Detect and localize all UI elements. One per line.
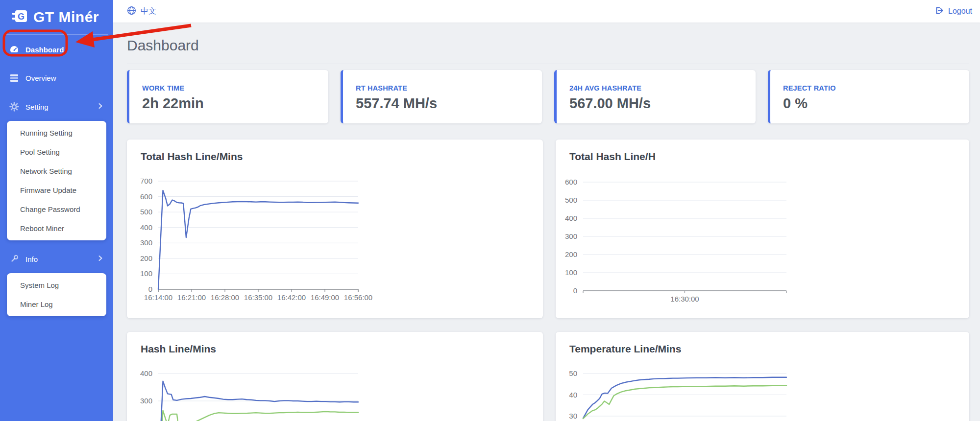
- svg-text:16:56:00: 16:56:00: [344, 293, 372, 302]
- stat-value: 567.00 MH/s: [569, 95, 756, 112]
- sidebar-item-label: Overview: [25, 74, 56, 82]
- svg-text:16:30:00: 16:30:00: [670, 295, 699, 303]
- submenu-item-miner-log[interactable]: Miner Log: [7, 295, 106, 314]
- svg-text:600: 600: [565, 178, 577, 186]
- stat-label: REJECT RATIO: [783, 84, 969, 92]
- svg-text:400: 400: [140, 223, 152, 232]
- sidebar-item-info[interactable]: Info: [0, 249, 113, 269]
- page-header: Dashboard: [127, 23, 969, 64]
- svg-text:200: 200: [140, 254, 152, 262]
- sidebar: G GT Minér Dashboard Overview: [0, 0, 113, 421]
- app-logo[interactable]: G GT Minér: [0, 0, 113, 34]
- svg-text:16:49:00: 16:49:00: [311, 293, 339, 302]
- svg-text:300: 300: [565, 232, 577, 240]
- svg-text:G: G: [18, 12, 24, 22]
- stat-label: 24H AVG HASHRATE: [569, 84, 756, 92]
- submenu-item-system-log[interactable]: System Log: [7, 276, 106, 295]
- logout-label: Logout: [948, 7, 972, 16]
- stat-label: WORK TIME: [142, 84, 328, 92]
- svg-text:16:28:00: 16:28:00: [211, 293, 239, 302]
- stat-card-24h-avg-hashrate: 24H AVG HASHRATE 567.00 MH/s: [554, 70, 756, 123]
- chart-card-temperature-mins: Temperature Line/Mins 504030: [556, 332, 969, 421]
- topbar: 中文 Logout: [113, 0, 980, 23]
- gear-icon: [9, 102, 19, 112]
- svg-text:30: 30: [569, 412, 577, 420]
- line-chart-hash-mins: 400300: [127, 332, 543, 421]
- language-switch[interactable]: 中文: [127, 6, 156, 17]
- stat-card-work-time: WORK TIME 2h 22min: [127, 70, 328, 123]
- sidebar-item-overview[interactable]: Overview: [0, 68, 113, 88]
- charts-grid: Total Hash Line/Mins 7006005004003002001…: [127, 140, 969, 421]
- logout-icon: [934, 6, 944, 17]
- sidebar-item-dashboard[interactable]: Dashboard: [0, 40, 113, 59]
- logout-button[interactable]: Logout: [934, 6, 972, 17]
- svg-text:16:21:00: 16:21:00: [177, 293, 206, 302]
- stat-label: RT HASHRATE: [356, 84, 542, 92]
- chart-card-hash-mins: Hash Line/Mins 400300: [127, 332, 543, 421]
- svg-text:16:14:00: 16:14:00: [144, 293, 172, 302]
- svg-text:100: 100: [140, 269, 152, 278]
- stat-card-rt-hashrate: RT HASHRATE 557.74 MH/s: [341, 70, 542, 123]
- main-content: Dashboard WORK TIME 2h 22min RT HASHRATE…: [113, 23, 980, 421]
- stat-card-reject-ratio: REJECT RATIO 0 %: [768, 70, 969, 123]
- language-label: 中文: [141, 6, 156, 17]
- page-title: Dashboard: [127, 37, 969, 54]
- svg-text:500: 500: [140, 208, 152, 216]
- sidebar-item-label: Setting: [25, 103, 49, 111]
- line-chart-total-hash-mins: 700600500400300200100016:14:0016:21:0016…: [127, 140, 543, 318]
- svg-text:16:35:00: 16:35:00: [244, 293, 272, 302]
- svg-text:500: 500: [565, 196, 577, 204]
- submenu-item-running-setting[interactable]: Running Setting: [7, 123, 106, 142]
- stat-value: 557.74 MH/s: [356, 95, 542, 112]
- submenu-item-change-password[interactable]: Change Password: [7, 200, 106, 219]
- submenu-item-pool-setting[interactable]: Pool Setting: [7, 142, 106, 162]
- globe-icon: [127, 6, 136, 17]
- svg-text:0: 0: [573, 286, 577, 295]
- chart-card-total-hash-mins: Total Hash Line/Mins 7006005004003002001…: [127, 140, 543, 318]
- svg-text:40: 40: [569, 391, 577, 399]
- app-title: GT Minér: [33, 9, 99, 25]
- svg-text:300: 300: [140, 238, 152, 247]
- svg-text:16:42:00: 16:42:00: [277, 293, 306, 302]
- overview-icon: [9, 73, 19, 83]
- svg-text:100: 100: [565, 268, 577, 277]
- gt-miner-logo-icon: G: [12, 9, 28, 25]
- setting-submenu: Running Setting Pool Setting Network Set…: [7, 121, 106, 240]
- stats-row: WORK TIME 2h 22min RT HASHRATE 557.74 MH…: [127, 70, 969, 123]
- sidebar-divider: [5, 34, 108, 35]
- info-submenu: System Log Miner Log: [7, 273, 106, 316]
- svg-text:200: 200: [565, 250, 577, 258]
- submenu-item-reboot-miner[interactable]: Reboot Miner: [7, 219, 106, 238]
- wrench-icon: [9, 254, 19, 264]
- chart-card-total-hash-hours: Total Hash Line/H 600500400300200100016:…: [556, 140, 969, 318]
- chevron-right-icon: [97, 255, 104, 264]
- svg-text:0: 0: [148, 285, 152, 293]
- sidebar-item-label: Dashboard: [25, 46, 64, 54]
- dashboard-icon: [9, 45, 19, 54]
- sidebar-item-setting[interactable]: Setting: [0, 97, 113, 117]
- sidebar-item-label: Info: [25, 255, 38, 263]
- chevron-right-icon: [97, 102, 104, 112]
- line-chart-total-hash-hours: 600500400300200100016:30:00: [556, 140, 969, 318]
- svg-text:50: 50: [569, 369, 577, 377]
- submenu-item-firmware-update[interactable]: Firmware Update: [7, 181, 106, 200]
- line-chart-temperature-mins: 504030: [556, 332, 969, 421]
- stat-value: 0 %: [783, 95, 969, 112]
- submenu-item-network-setting[interactable]: Network Setting: [7, 162, 106, 181]
- svg-text:600: 600: [140, 192, 152, 201]
- svg-text:700: 700: [140, 177, 152, 185]
- svg-text:400: 400: [140, 369, 152, 377]
- stat-value: 2h 22min: [142, 95, 328, 112]
- svg-text:300: 300: [140, 397, 152, 405]
- svg-text:400: 400: [565, 214, 577, 222]
